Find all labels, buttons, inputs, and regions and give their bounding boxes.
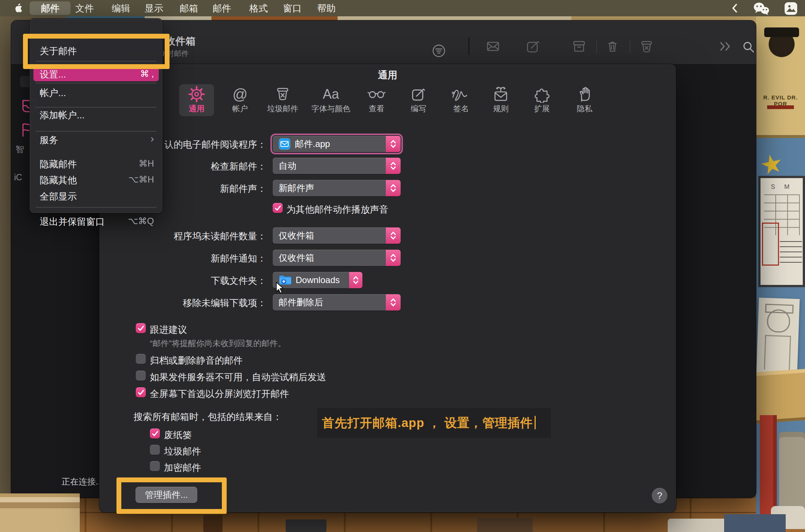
annotation-text-content: 首先打开邮箱.app ， 设置，管理插件	[322, 416, 533, 430]
tab-label: 隐私	[564, 104, 605, 114]
gear-icon	[176, 85, 217, 104]
archive-muted-label: 归档或删除静音的邮件	[150, 354, 243, 367]
search-encrypted-checkbox[interactable]	[150, 461, 160, 471]
junk-icon[interactable]	[638, 38, 655, 55]
delete-icon[interactable]	[604, 38, 621, 55]
poster-hat	[764, 27, 799, 37]
menu-item-add-account[interactable]: 添加帐户...	[40, 109, 85, 121]
filter-icon[interactable]	[431, 43, 446, 58]
compose-pencil-icon	[398, 85, 439, 104]
get-mail-icon[interactable]	[485, 38, 501, 55]
archive-icon[interactable]	[571, 38, 587, 55]
sidebar-section-icloud: iC	[14, 173, 22, 183]
floor-object	[477, 518, 533, 532]
tab-rules[interactable]: 规则	[480, 85, 521, 114]
chart-red-box	[762, 223, 779, 266]
menubar-item-edit[interactable]: 编辑	[112, 3, 130, 14]
chevron-up-down-icon	[349, 272, 362, 288]
remove-downloads-select[interactable]: 邮件删除后	[273, 294, 401, 311]
desktop: R. EVIL DR. POR S M 收件箱 0 封邮件	[0, 0, 805, 532]
sidebar-section-smart: 智	[16, 144, 24, 155]
menu-item-quit[interactable]: 退出并保留窗口	[40, 216, 105, 228]
tab-fonts-colors[interactable]: Aa 字体与颜色	[310, 85, 351, 114]
menubar-item-window[interactable]: 窗口	[283, 3, 302, 14]
check-mail-select[interactable]: 自动	[273, 158, 401, 174]
glasses-icon	[356, 85, 397, 104]
tab-junk[interactable]: 垃圾邮件	[262, 85, 303, 114]
tab-general[interactable]: 通用	[176, 85, 217, 114]
apple-menu-icon[interactable]	[14, 3, 23, 13]
notification-select[interactable]: 仅收件箱	[273, 250, 401, 266]
settings-window: 通用 通用 @ 帐户	[99, 64, 676, 512]
chart-scribbles	[780, 241, 802, 267]
menu-item-hide-others[interactable]: 隐藏其他	[40, 174, 77, 186]
tab-composing[interactable]: 编写	[398, 85, 439, 114]
tab-signatures[interactable]: 签名	[441, 85, 482, 114]
menu-bar: 邮件 文件 编辑 显示 邮箱 邮件 格式 窗口 帮助	[0, 0, 805, 16]
help-button[interactable]: ?	[652, 488, 667, 503]
annotation-text: 首先打开邮箱.app ， 设置，管理插件	[322, 415, 536, 431]
status-chevron-icon[interactable]	[730, 3, 740, 13]
wanted-poster: R. EVIL DR. POR	[756, 16, 805, 138]
menu-shortcut-hide-others: ⌥⌘H	[128, 174, 154, 185]
menu-item-settings[interactable]: 设置...	[40, 68, 66, 81]
retry-send-checkbox[interactable]	[136, 371, 146, 381]
more-toolbar-icon[interactable]	[718, 40, 733, 52]
play-sounds-checkbox[interactable]	[273, 203, 283, 213]
chevron-up-down-icon	[386, 158, 401, 174]
tab-extensions[interactable]: 扩展	[522, 85, 562, 114]
paper-stack	[0, 493, 80, 532]
default-reader-select[interactable]: 邮件.app	[273, 136, 401, 152]
tab-viewing[interactable]: 查看	[356, 85, 397, 114]
menu-divider	[36, 207, 157, 208]
menu-item-hide-mail[interactable]: 隐藏邮件	[40, 158, 77, 170]
dock-badge-select[interactable]: 仅收件箱	[273, 227, 401, 244]
wechat-status-icon[interactable]	[752, 2, 770, 15]
tab-label: 垃圾邮件	[262, 104, 303, 114]
tab-label: 扩展	[522, 104, 562, 114]
archive-muted-checkbox[interactable]	[136, 354, 146, 364]
splitview-checkbox[interactable]	[136, 387, 146, 397]
highlight-box-settings	[23, 34, 170, 69]
menu-item-services[interactable]: 服务	[40, 134, 58, 146]
menubar-item-message[interactable]: 邮件	[213, 3, 231, 14]
downloads-folder-label: 下载文件夹：	[122, 275, 266, 287]
retry-send-label: 如果发件服务器不可用，自动尝试稍后发送	[150, 371, 326, 383]
puzzle-icon	[522, 85, 562, 104]
menubar-item-file[interactable]: 文件	[75, 3, 94, 14]
menu-item-accounts[interactable]: 帐户...	[40, 87, 66, 99]
followup-checkbox[interactable]	[136, 323, 146, 333]
check-mail-value: 自动	[279, 160, 296, 172]
menubar-item-view[interactable]: 显示	[145, 3, 163, 14]
menu-item-show-all[interactable]: 全部显示	[40, 190, 77, 203]
menu-divider	[36, 107, 157, 108]
at-icon: @	[220, 85, 260, 104]
menubar-item-format[interactable]: 格式	[249, 3, 268, 14]
star-decal	[759, 152, 784, 177]
tab-accounts[interactable]: @ 帐户	[220, 85, 260, 114]
poster-band	[767, 105, 794, 109]
search-junk-checkbox[interactable]	[150, 445, 160, 455]
toolbar-divider	[596, 40, 597, 53]
menubar-item-help[interactable]: 帮助	[317, 3, 336, 14]
window-title: 通用	[99, 69, 676, 82]
search-trash-checkbox[interactable]	[150, 428, 160, 439]
downloads-folder-select[interactable]: Downloads	[273, 272, 362, 288]
chart-letters: S M	[771, 183, 793, 191]
new-mail-sound-select[interactable]: 新邮件声	[273, 180, 401, 196]
notification-label: 新邮件通知：	[122, 252, 266, 265]
search-icon[interactable]	[740, 39, 756, 55]
compose-icon[interactable]	[525, 38, 541, 55]
signature-icon	[441, 85, 482, 104]
downloads-folder-value: Downloads	[296, 275, 340, 285]
submenu-chevron-icon: ›	[151, 133, 154, 145]
menu-divider	[36, 83, 157, 83]
menubar-item-mailbox[interactable]: 邮箱	[180, 3, 198, 14]
sketch-hat	[765, 304, 794, 314]
play-sounds-label: 为其他邮件动作播放声音	[286, 203, 388, 216]
tab-label: 查看	[356, 104, 397, 114]
menubar-item-mail[interactable]: 邮件	[41, 3, 59, 14]
photos-status-icon[interactable]	[784, 2, 798, 15]
mouse-cursor	[275, 282, 285, 294]
tab-privacy[interactable]: 隐私	[564, 85, 605, 114]
